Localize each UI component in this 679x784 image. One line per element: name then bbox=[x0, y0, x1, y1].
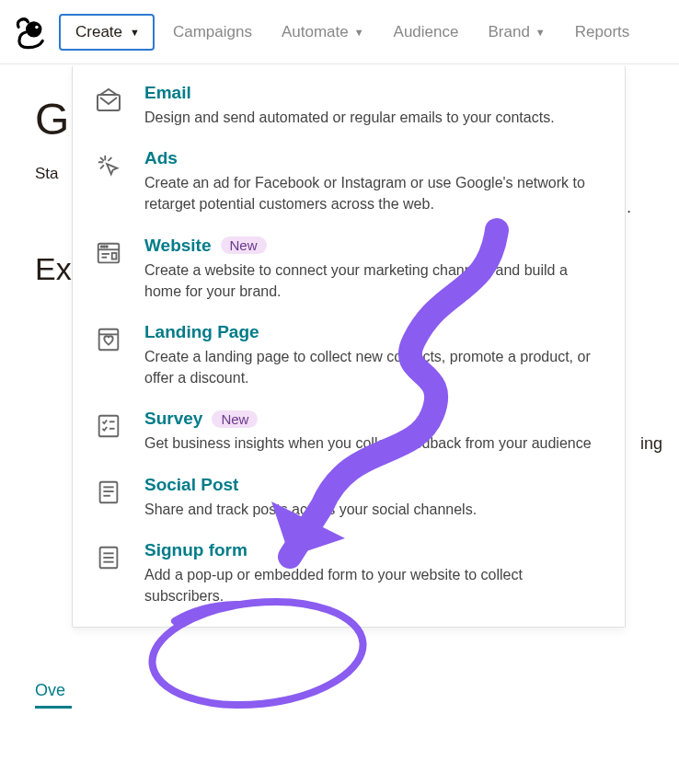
svg-point-7 bbox=[106, 246, 108, 248]
website-icon bbox=[93, 237, 124, 269]
svg-point-0 bbox=[26, 21, 41, 37]
new-badge: New bbox=[221, 236, 267, 254]
menu-item-title: Social Post bbox=[144, 475, 238, 495]
nav-automate[interactable]: Automate ▼ bbox=[270, 16, 375, 49]
document-lines-icon bbox=[93, 477, 124, 508]
menu-item-desc: Design and send automated or regular ema… bbox=[144, 107, 601, 128]
menu-item-desc: Create a website to connect your marketi… bbox=[144, 259, 601, 302]
tab-underline bbox=[35, 706, 72, 709]
mailchimp-logo-icon bbox=[12, 15, 47, 50]
menu-item-signup-form[interactable]: Signup form Add a pop-up or embedded for… bbox=[73, 524, 625, 610]
create-label: Create bbox=[75, 23, 122, 41]
create-menu-button[interactable]: Create ▼ bbox=[59, 14, 155, 51]
logo[interactable] bbox=[11, 14, 48, 51]
create-dropdown: Email Design and send automated or regul… bbox=[72, 66, 626, 628]
svg-point-5 bbox=[101, 246, 103, 248]
menu-item-desc: Add a pop-up or embedded form to your we… bbox=[144, 564, 601, 606]
svg-rect-13 bbox=[99, 416, 119, 437]
email-icon bbox=[93, 85, 124, 116]
menu-item-title: Email bbox=[144, 83, 191, 103]
svg-rect-10 bbox=[112, 253, 117, 259]
menu-item-title: Signup form bbox=[144, 540, 247, 560]
chevron-down-icon: ▼ bbox=[130, 27, 140, 38]
menu-item-social-post[interactable]: Social Post Share and track posts across… bbox=[73, 458, 625, 524]
menu-item-landing-page[interactable]: Landing Page Create a landing page to co… bbox=[73, 306, 625, 392]
form-lines-icon bbox=[93, 542, 124, 573]
text-fragment-ing: ing bbox=[640, 434, 662, 454]
menu-item-desc: Get business insights when you collect f… bbox=[144, 432, 601, 454]
heart-page-icon bbox=[93, 324, 124, 355]
text-fragment: . bbox=[627, 199, 631, 217]
menu-item-desc: Create a landing page to collect new con… bbox=[144, 346, 601, 388]
menu-item-website[interactable]: Website New Create a website to connect … bbox=[73, 219, 625, 306]
menu-item-title: Ads bbox=[144, 148, 178, 168]
svg-point-6 bbox=[104, 246, 106, 248]
nav-campaigns[interactable]: Campaigns bbox=[162, 16, 263, 49]
menu-item-desc: Share and track posts across your social… bbox=[144, 499, 601, 520]
chevron-down-icon: ▼ bbox=[535, 27, 546, 38]
top-nav: Create ▼ Campaigns Automate ▼ Audience B… bbox=[0, 0, 679, 64]
menu-item-title: Landing Page bbox=[144, 322, 259, 342]
menu-item-title: Website bbox=[144, 236, 212, 256]
svg-point-1 bbox=[35, 25, 38, 28]
nav-brand[interactable]: Brand ▼ bbox=[477, 16, 556, 49]
checklist-icon bbox=[93, 410, 124, 442]
nav-audience[interactable]: Audience bbox=[383, 16, 470, 49]
menu-item-email[interactable]: Email Design and send automated or regul… bbox=[73, 66, 625, 132]
new-badge: New bbox=[212, 410, 258, 428]
menu-item-desc: Create an ad for Facebook or Instagram o… bbox=[144, 172, 601, 214]
nav-reports[interactable]: Reports bbox=[564, 16, 641, 49]
chevron-down-icon: ▼ bbox=[354, 27, 364, 38]
menu-item-ads[interactable]: Ads Create an ad for Facebook or Instagr… bbox=[73, 132, 625, 218]
svg-rect-11 bbox=[99, 329, 119, 351]
menu-item-title: Survey bbox=[144, 409, 202, 429]
menu-item-survey[interactable]: Survey New Get business insights when yo… bbox=[73, 392, 625, 457]
cursor-click-icon bbox=[93, 150, 124, 181]
tab-overview-partial[interactable]: Ove bbox=[35, 681, 65, 700]
